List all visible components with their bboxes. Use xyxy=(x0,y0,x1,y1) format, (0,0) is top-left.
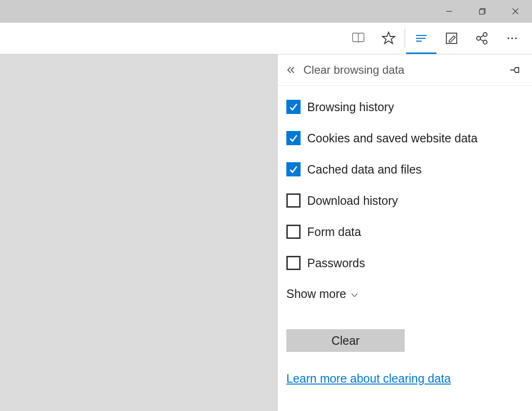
option-label: Passwords xyxy=(307,256,365,270)
reading-view-button[interactable] xyxy=(343,23,373,54)
maximize-button[interactable] xyxy=(466,0,499,23)
option-label: Cached data and files xyxy=(307,163,422,176)
toolbar-divider xyxy=(405,29,405,48)
svg-point-14 xyxy=(507,37,509,39)
checkbox[interactable] xyxy=(286,131,301,145)
option-label: Cookies and saved website data xyxy=(307,131,478,145)
svg-point-9 xyxy=(477,36,480,40)
more-icon xyxy=(505,31,519,45)
panel-header: Clear browsing data xyxy=(278,54,532,86)
check-icon xyxy=(288,133,299,143)
show-more-label: Show more xyxy=(286,287,346,301)
clear-button-label: Clear xyxy=(331,334,360,348)
chevron-down-icon xyxy=(351,292,358,298)
option-row[interactable]: Browsing history xyxy=(286,100,523,114)
checkbox[interactable] xyxy=(286,100,301,114)
svg-line-12 xyxy=(480,35,484,37)
svg-point-10 xyxy=(483,33,487,36)
option-row[interactable]: Form data xyxy=(286,225,523,239)
close-button[interactable] xyxy=(499,0,532,23)
checkbox[interactable] xyxy=(286,256,301,270)
panel-title: Clear browsing data xyxy=(303,63,507,77)
option-row[interactable]: Passwords xyxy=(286,256,523,270)
browser-toolbar xyxy=(0,23,532,54)
web-note-button[interactable] xyxy=(436,23,467,54)
pin-button[interactable] xyxy=(507,61,524,79)
checkbox[interactable] xyxy=(286,225,301,239)
minimize-button[interactable] xyxy=(433,0,466,23)
minimize-icon xyxy=(446,8,452,15)
option-label: Download history xyxy=(307,194,398,208)
pin-icon xyxy=(510,65,522,75)
check-icon xyxy=(288,102,299,112)
option-row[interactable]: Cookies and saved website data xyxy=(286,131,523,145)
panel-body[interactable]: Browsing historyCookies and saved websit… xyxy=(278,86,532,411)
svg-point-15 xyxy=(511,37,513,39)
clear-browsing-data-panel: Clear browsing data Browsing historyCook… xyxy=(277,54,532,411)
svg-rect-2 xyxy=(479,9,484,14)
back-button[interactable] xyxy=(283,61,300,79)
window-titlebar xyxy=(0,0,532,23)
learn-more-link[interactable]: Learn more about clearing data xyxy=(286,372,451,385)
hub-icon xyxy=(414,31,428,45)
option-label: Browsing history xyxy=(307,100,394,114)
svg-point-16 xyxy=(515,37,517,39)
maximize-icon xyxy=(479,8,486,15)
share-icon xyxy=(475,31,489,45)
hub-button[interactable] xyxy=(406,23,436,54)
clear-button[interactable]: Clear xyxy=(286,329,405,352)
option-row[interactable]: Download history xyxy=(286,193,523,208)
reading-view-icon xyxy=(351,31,365,45)
close-icon xyxy=(512,8,519,15)
show-more-button[interactable]: Show more xyxy=(286,287,523,301)
option-row[interactable]: Cached data and files xyxy=(286,162,523,176)
chevron-left-double-icon xyxy=(286,65,296,75)
favorites-button[interactable] xyxy=(373,23,404,54)
share-button[interactable] xyxy=(467,23,497,54)
checkbox[interactable] xyxy=(286,162,301,176)
check-icon xyxy=(288,164,299,175)
svg-point-11 xyxy=(483,40,487,44)
checkbox[interactable] xyxy=(286,193,301,208)
star-icon xyxy=(381,31,396,45)
option-label: Form data xyxy=(307,225,361,239)
web-note-icon xyxy=(444,31,459,45)
more-button[interactable] xyxy=(497,23,527,54)
svg-line-13 xyxy=(480,39,484,41)
